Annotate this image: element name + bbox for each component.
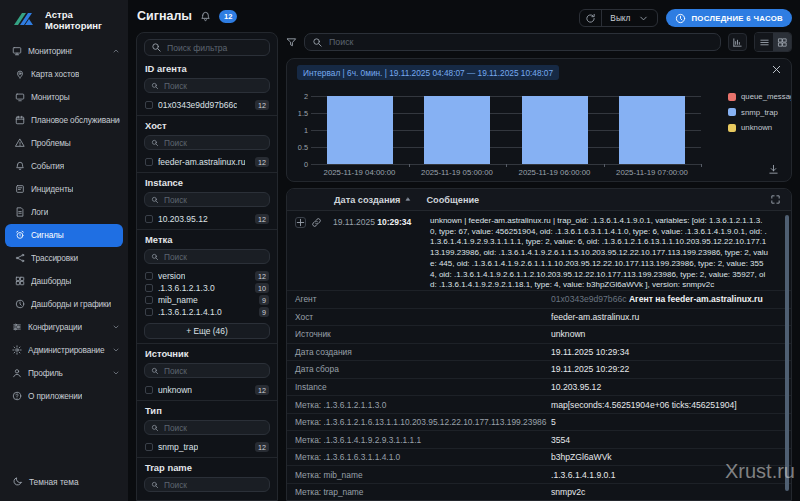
sidebar-item[interactable]: События	[0, 155, 128, 178]
legend-item[interactable]: snmp_trap	[728, 108, 792, 117]
filter-option[interactable]: mib_name9	[144, 294, 270, 306]
checkbox[interactable]	[145, 215, 153, 223]
legend-swatch	[728, 124, 736, 132]
main-search-input[interactable]: Поиск	[304, 33, 721, 51]
link-row-button[interactable]	[311, 217, 322, 228]
theme-toggle[interactable]: Темная тема	[0, 476, 128, 487]
dashcharts-icon	[15, 299, 25, 309]
legend-item[interactable]: queue_message	[728, 92, 792, 101]
close-icon[interactable]	[771, 64, 782, 75]
filter-option[interactable]: .1.3.6.1.2.1.4.1.09	[144, 306, 270, 318]
filter-option-count: 12	[255, 442, 269, 452]
filter-option[interactable]: 01x0343e9dd97b66c12	[144, 99, 270, 111]
x-tick	[604, 164, 605, 167]
search-icon	[151, 481, 159, 489]
checkbox[interactable]	[145, 272, 153, 280]
filter-group-search[interactable]: Поиск	[144, 420, 270, 435]
filter-group-title: ID агента	[145, 64, 270, 74]
filter-search-input[interactable]: Поиск фильтра	[144, 39, 270, 56]
bar[interactable]	[522, 96, 588, 164]
filter-option[interactable]: .1.3.6.1.2.1.3.010	[144, 282, 270, 294]
filter-option[interactable]: 10.203.95.1212	[144, 213, 270, 225]
sidebar-item[interactable]: Конфигурации	[0, 316, 128, 339]
collapse-row-button[interactable]	[295, 217, 306, 228]
filter-group-search[interactable]: Поиск	[144, 78, 270, 93]
scrollbar-thumb[interactable]	[785, 215, 789, 491]
sidebar-item[interactable]: О приложении	[0, 385, 128, 408]
checkbox[interactable]	[145, 443, 153, 451]
checkbox[interactable]	[145, 308, 153, 316]
x-tick	[506, 164, 507, 167]
detail-label: Источник	[287, 329, 551, 339]
download-icon[interactable]	[768, 164, 779, 175]
checkbox[interactable]	[145, 101, 153, 109]
checkbox[interactable]	[145, 284, 153, 292]
chart-view-button[interactable]	[728, 33, 747, 51]
filter-option[interactable]: version12	[144, 270, 270, 282]
table-row[interactable]: 19.11.2025 10:29:34 unknown | feeder-am.…	[287, 211, 791, 291]
sort-asc-icon	[404, 196, 412, 204]
filter-group-search-placeholder: Поиск	[164, 81, 187, 91]
filter-group-search[interactable]: Поиск	[144, 249, 270, 264]
sidebar-item[interactable]: Дашборды и графики	[0, 293, 128, 316]
expand-icon[interactable]	[770, 194, 781, 205]
column-date[interactable]: Дата создания	[334, 195, 412, 205]
checkbox[interactable]	[145, 296, 153, 304]
app-title: Астра Мониторинг	[45, 9, 102, 32]
interval-pill[interactable]: Интервал | 6ч. 0мин. | 19.11.2025 04:48:…	[297, 65, 559, 80]
filter-option-label: version	[158, 271, 185, 281]
sidebar-item[interactable]: Карта хостов	[0, 63, 128, 86]
filter-group-search-placeholder: Поиск	[164, 252, 187, 262]
filter-group-title: Trap name	[145, 463, 270, 473]
sidebar-item[interactable]: Мониторы	[0, 86, 128, 109]
filter-group-search[interactable]: Поиск	[144, 363, 270, 378]
filter-group-search[interactable]: Поиск	[144, 135, 270, 150]
filter-option[interactable]: snmp_trap12	[144, 441, 270, 453]
funnel-icon[interactable]	[286, 37, 297, 48]
bar[interactable]	[327, 96, 393, 164]
sidebar-item[interactable]: Дашборды	[0, 270, 128, 293]
bar[interactable]	[424, 96, 490, 164]
filter-search-placeholder: Поиск фильтра	[167, 43, 227, 53]
chevron-down-icon	[112, 346, 120, 354]
vertical-scrollbar[interactable]	[784, 213, 789, 500]
admin-icon	[12, 345, 22, 355]
filter-option[interactable]: unknown12	[144, 384, 270, 396]
bar[interactable]	[619, 96, 685, 164]
y-tick-label: 2	[304, 92, 308, 101]
sidebar-item-label: Мониторинг	[28, 46, 73, 56]
filter-option-count: 12	[255, 157, 269, 167]
sidebar-item[interactable]: Администрирование	[0, 339, 128, 362]
show-more-button[interactable]: + Еще (46)	[144, 323, 270, 339]
auto-refresh-select[interactable]: Выкл	[602, 10, 657, 26]
filter-option[interactable]: feeder-am.astralinux.ru12	[144, 156, 270, 168]
grid-view-button[interactable]	[773, 33, 791, 51]
monitor-icon	[12, 46, 22, 56]
sidebar-item[interactable]: Сигналы	[5, 224, 123, 247]
detail-value: 5	[551, 417, 791, 427]
checkbox[interactable]	[145, 386, 153, 394]
detail-value: 3554	[551, 435, 791, 445]
column-message[interactable]: Сообщение	[426, 195, 479, 205]
logs-icon	[15, 207, 25, 217]
sidebar-item[interactable]: Инциденты	[0, 178, 128, 201]
sidebar-item[interactable]: Мониторинг	[0, 40, 128, 63]
sidebar-item-label: Трассировки	[31, 253, 78, 263]
filter-group-search[interactable]: Поиск	[144, 477, 270, 492]
sidebar-item[interactable]: Проблемы	[0, 132, 128, 155]
sidebar-item[interactable]: Плановое обслуживание	[0, 109, 128, 132]
detail-value: 10.203.95.12	[551, 382, 791, 392]
list-view-button[interactable]	[755, 33, 773, 51]
sidebar-item[interactable]: Трассировки	[0, 247, 128, 270]
refresh-button[interactable]	[580, 10, 602, 26]
checkbox[interactable]	[145, 158, 153, 166]
y-tick-label: 0.5	[298, 143, 308, 152]
legend-item[interactable]: unknown	[728, 123, 792, 132]
search-icon	[151, 253, 159, 261]
filter-group-search[interactable]: Поиск	[144, 192, 270, 207]
bell-icon[interactable]	[200, 11, 211, 22]
time-range-button[interactable]: ПОСЛЕДНИЕ 6 ЧАСОВ	[666, 9, 792, 27]
sidebar-item[interactable]: Логи	[0, 201, 128, 224]
y-tick-label: 0	[304, 160, 308, 169]
sidebar-item[interactable]: Профиль	[0, 362, 128, 385]
